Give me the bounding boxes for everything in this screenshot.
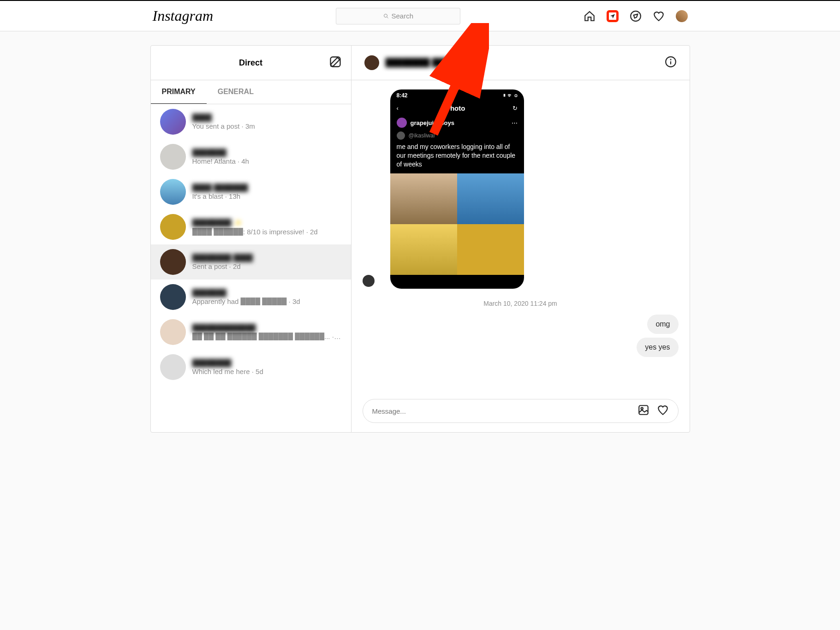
avatar: [160, 179, 186, 205]
conversation-preview: You sent a post · 3m: [192, 122, 342, 130]
post-nav-title: Photo: [446, 104, 465, 112]
explore-icon[interactable]: [630, 10, 642, 22]
message-timestamp: March 10, 2020 11:24 pm: [363, 300, 679, 307]
post-account-avatar: [397, 118, 407, 128]
direct-title: Direct: [239, 58, 262, 68]
shared-post-card[interactable]: 8:42 ▮ ᯤ ▢ ‹ Photo ↻ grapejuiceboys ⋯: [390, 89, 524, 289]
chat-header-name[interactable]: ████████ ████: [386, 58, 454, 67]
svg-marker-3: [633, 14, 637, 18]
chat-header-avatar[interactable]: [364, 55, 379, 70]
message-sender-avatar[interactable]: [363, 275, 375, 287]
conversation-preview: Sent a post · 2d: [192, 262, 342, 270]
conversation-preview: Which led me here · 5d: [192, 368, 342, 375]
search-placeholder: Search: [392, 12, 414, 20]
conversation-info-button[interactable]: [665, 56, 677, 70]
tab-primary[interactable]: PRIMARY: [151, 80, 207, 104]
add-photo-icon[interactable]: [637, 404, 649, 418]
back-chevron-icon: ‹: [397, 105, 399, 112]
tweet-handle: @ikasliwal: [409, 132, 435, 139]
post-nav: ‹ Photo ↻: [390, 101, 524, 115]
compose-new-message-button[interactable]: [329, 55, 342, 70]
message-row: yes yes: [363, 338, 679, 357]
message-composer: [351, 390, 690, 432]
conversation-item[interactable]: █████████████ ██ ██ ██ ██████ ███████ ██…: [151, 315, 351, 350]
conversation-item[interactable]: ████ You sent a post · 3m: [151, 104, 351, 139]
activity-heart-icon[interactable]: [653, 10, 665, 22]
conversation-name: ████: [192, 113, 342, 121]
conversation-item[interactable]: ███████ Apparently had ████ █████ · 3d: [151, 279, 351, 315]
conversation-name: ███████: [192, 289, 342, 297]
conversation-name: ████████ ✨: [192, 219, 342, 227]
conversation-preview: ██ ██ ██ ██████ ███████ ██████... · 5d: [192, 333, 342, 340]
refresh-icon: ↻: [512, 105, 518, 112]
chat-messages-area[interactable]: 8:42 ▮ ᯤ ▢ ‹ Photo ↻ grapejuiceboys ⋯: [351, 80, 690, 390]
chat-panel: ████████ ████ 8:42 ▮ ᯤ ▢ ‹ Photo ↻: [351, 46, 690, 432]
sent-message-bubble[interactable]: yes yes: [637, 338, 678, 357]
conversation-item[interactable]: ████████ Which led me here · 5d: [151, 350, 351, 385]
post-image-grid: [390, 173, 524, 275]
avatar: [160, 109, 186, 135]
avatar: [160, 214, 186, 240]
sent-message-bubble[interactable]: omg: [647, 315, 678, 334]
svg-point-9: [670, 59, 671, 60]
search-icon: [383, 13, 389, 19]
conversations-sidebar: Direct PRIMARY GENERAL ████ You sent a p…: [151, 46, 351, 432]
top-navigation-bar: Instagram Search: [0, 0, 840, 31]
conversation-name: ████████: [192, 359, 342, 367]
search-input[interactable]: Search: [336, 8, 460, 24]
conversation-name: ████████ ████: [192, 254, 342, 262]
tweet-text: me and my coworkers logging into all of …: [390, 141, 524, 171]
avatar: [160, 284, 186, 310]
conversation-preview: ████ ██████: 8/10 is impressive! · 2d: [192, 228, 342, 236]
tweet-avatar: [397, 131, 405, 140]
post-account-name: grapejuiceboys: [411, 119, 454, 126]
conversation-preview: It's a blast · 13h: [192, 192, 342, 200]
conversation-tabs: PRIMARY GENERAL: [151, 80, 351, 104]
conversation-list[interactable]: ████ You sent a post · 3m ███████ Home! …: [151, 104, 351, 432]
post-account-row: grapejuiceboys ⋯: [390, 115, 524, 131]
main-direct-container: Direct PRIMARY GENERAL ████ You sent a p…: [150, 45, 690, 433]
message-row: omg: [363, 315, 679, 334]
conversation-preview: Home! Atlanta · 4h: [192, 157, 342, 165]
avatar: [160, 144, 186, 170]
conversation-name: ███████: [192, 149, 342, 156]
svg-line-1: [387, 17, 388, 18]
svg-point-11: [641, 408, 643, 410]
conversation-item[interactable]: ████████ ████ Sent a post · 2d: [151, 244, 351, 279]
tab-general[interactable]: GENERAL: [207, 80, 265, 104]
chat-header: ████████ ████: [351, 46, 690, 80]
avatar: [160, 319, 186, 345]
conversation-item[interactable]: ████████ ✨ ████ ██████: 8/10 is impressi…: [151, 209, 351, 244]
home-icon[interactable]: [584, 10, 596, 22]
svg-point-0: [384, 14, 387, 17]
conversation-name: ████ ███████: [192, 184, 342, 191]
post-more-icon: ⋯: [512, 119, 518, 126]
like-heart-icon[interactable]: [657, 404, 669, 418]
avatar: [160, 354, 186, 380]
nav-icon-group: [584, 10, 688, 22]
conversation-item[interactable]: ███████ Home! Atlanta · 4h: [151, 139, 351, 174]
sidebar-header: Direct: [151, 46, 351, 80]
instagram-logo[interactable]: Instagram: [153, 7, 214, 24]
avatar: [160, 249, 186, 275]
conversation-name: █████████████: [192, 324, 342, 332]
conversation-preview: Apparently had ████ █████ · 3d: [192, 297, 342, 305]
signal-wifi-battery-icons: ▮ ᯤ ▢: [503, 92, 518, 99]
message-input[interactable]: [372, 407, 637, 415]
composer-box[interactable]: [363, 399, 679, 423]
svg-point-2: [631, 11, 641, 21]
profile-avatar[interactable]: [676, 10, 688, 22]
conversation-item[interactable]: ████ ███████ It's a blast · 13h: [151, 174, 351, 209]
direct-messages-icon[interactable]: [607, 10, 619, 22]
phone-status-bar: 8:42 ▮ ᯤ ▢: [390, 89, 524, 101]
